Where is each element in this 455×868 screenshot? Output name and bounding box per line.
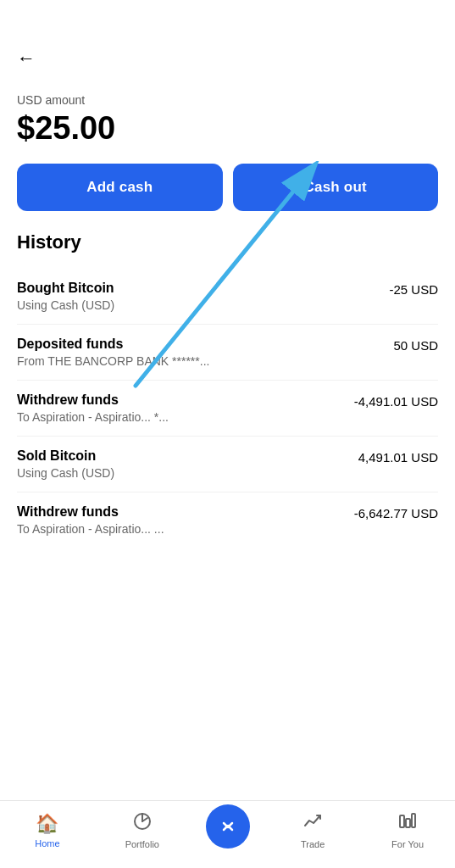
add-cash-button[interactable]: Add cash	[17, 164, 223, 211]
nav-label-foryou: For You	[391, 839, 424, 849]
history-item-subtitle: To Aspiration - Aspiratio... ...	[17, 522, 346, 536]
nav-item-transfer[interactable]	[190, 804, 266, 857]
foryou-icon	[398, 812, 417, 836]
trade-icon	[303, 812, 322, 836]
nav-item-home[interactable]: 🏠 Home	[0, 813, 95, 849]
amount-value: $25.00	[17, 110, 438, 147]
history-item-title: Withdrew funds	[17, 392, 346, 408]
back-button[interactable]: ←	[17, 44, 36, 73]
back-icon: ←	[17, 47, 36, 70]
nav-label-portfolio: Portfolio	[125, 839, 159, 849]
bottom-nav: 🏠 Home Portfolio Trade	[0, 800, 455, 868]
nav-label-trade: Trade	[301, 839, 325, 849]
action-buttons: Add cash Cash out	[0, 164, 455, 231]
history-item[interactable]: Bought Bitcoin Using Cash (USD) -25 USD	[17, 269, 438, 325]
nav-item-foryou[interactable]: For You	[360, 812, 455, 849]
history-title: History	[17, 231, 438, 253]
nav-item-portfolio[interactable]: Portfolio	[95, 812, 190, 849]
history-item-title: Deposited funds	[17, 337, 385, 352]
history-item-left: Deposited funds From THE BANCORP BANK **…	[17, 337, 385, 368]
history-item-title: Withdrew funds	[17, 504, 346, 520]
history-item-subtitle: Using Cash (USD)	[17, 466, 350, 480]
history-item-amount: 50 USD	[393, 337, 438, 353]
history-item[interactable]: Withdrew funds To Aspiration - Aspiratio…	[17, 492, 438, 548]
history-item[interactable]: Withdrew funds To Aspiration - Aspiratio…	[17, 381, 438, 437]
history-section: History Bought Bitcoin Using Cash (USD) …	[0, 231, 455, 548]
history-item-left: Sold Bitcoin Using Cash (USD)	[17, 448, 350, 480]
cash-out-button[interactable]: Cash out	[233, 164, 439, 211]
history-item-title: Bought Bitcoin	[17, 281, 380, 296]
nav-label-home: Home	[35, 838, 59, 849]
nav-item-trade[interactable]: Trade	[265, 812, 360, 849]
history-item-left: Withdrew funds To Aspiration - Aspiratio…	[17, 392, 346, 424]
home-icon: 🏠	[36, 813, 58, 835]
history-item[interactable]: Sold Bitcoin Using Cash (USD) 4,491.01 U…	[17, 437, 438, 492]
history-item-title: Sold Bitcoin	[17, 448, 350, 464]
history-item-amount: -25 USD	[389, 281, 438, 297]
history-item[interactable]: Deposited funds From THE BANCORP BANK **…	[17, 325, 438, 381]
svg-rect-5	[400, 815, 404, 827]
history-item-subtitle: Using Cash (USD)	[17, 298, 380, 312]
history-item-amount: -6,642.77 USD	[354, 504, 438, 520]
usd-label: USD amount	[17, 93, 438, 107]
history-item-amount: -4,491.01 USD	[354, 392, 438, 409]
history-item-subtitle: To Aspiration - Aspiratio... *...	[17, 410, 346, 424]
portfolio-icon	[133, 812, 152, 836]
history-list: Bought Bitcoin Using Cash (USD) -25 USD …	[17, 269, 438, 548]
history-item-subtitle: From THE BANCORP BANK ******...	[17, 354, 385, 368]
transfer-button[interactable]	[206, 804, 250, 849]
svg-rect-6	[406, 819, 410, 827]
history-item-left: Bought Bitcoin Using Cash (USD)	[17, 281, 380, 312]
history-item-left: Withdrew funds To Aspiration - Aspiratio…	[17, 504, 346, 536]
svg-rect-7	[412, 814, 415, 827]
history-item-amount: 4,491.01 USD	[358, 448, 438, 465]
